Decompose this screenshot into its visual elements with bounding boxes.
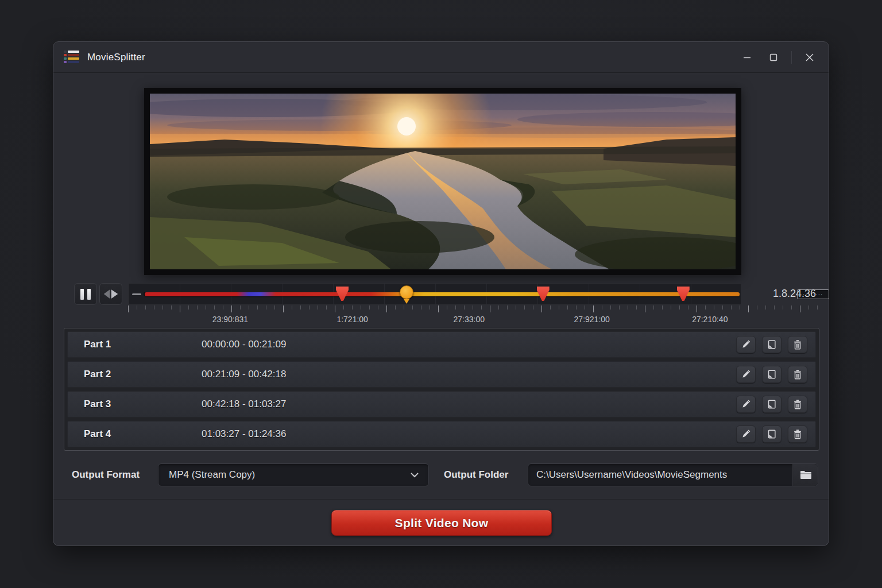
- duplicate-part-button[interactable]: [762, 425, 782, 443]
- window-title: MovieSplitter: [87, 52, 145, 63]
- part-row-3[interactable]: Part 3 00:42:18 - 01:03:27: [67, 391, 816, 417]
- output-folder-label: Output Folder: [444, 463, 508, 486]
- ruler-ticks: [128, 305, 818, 312]
- split-marker[interactable]: [336, 287, 349, 301]
- delete-part-button[interactable]: [788, 336, 807, 353]
- copy-icon: [767, 369, 777, 380]
- duplicate-part-button[interactable]: [762, 366, 782, 383]
- delete-part-button[interactable]: [788, 425, 807, 443]
- timeline-track[interactable]: ·∙··∙·∙·: [128, 283, 741, 305]
- chevron-down-icon: [410, 472, 419, 478]
- playhead-ball-icon: [400, 285, 413, 299]
- copy-icon: [767, 339, 777, 350]
- app-logo-icon: [64, 51, 79, 64]
- close-button[interactable]: [796, 46, 823, 69]
- part-actions: [736, 366, 807, 383]
- trash-icon: [792, 399, 803, 409]
- edit-part-button[interactable]: [736, 366, 756, 383]
- copy-icon: [767, 399, 777, 409]
- ruler-label: 23:90:831: [212, 315, 248, 324]
- ruler-label: 27:210:40: [692, 315, 728, 324]
- part-time-range: 00:42:18 - 01:03:27: [202, 399, 286, 410]
- edit-part-button[interactable]: [736, 396, 756, 413]
- trash-icon: [792, 429, 803, 439]
- output-settings-row: Output Format MP4 (Stream Copy) Output F…: [53, 463, 829, 486]
- volume-icon: [103, 288, 119, 300]
- folder-icon: [800, 470, 811, 479]
- video-preview-frame: [144, 88, 741, 275]
- part-row-1[interactable]: Part 1 00:00:00 - 00:21:09: [67, 331, 816, 358]
- title-bar: MovieSplitter: [53, 42, 829, 73]
- minimize-icon: [743, 53, 751, 61]
- minimize-button[interactable]: [734, 46, 760, 69]
- output-format-label: Output Format: [72, 463, 140, 486]
- part-name: Part 1: [84, 339, 111, 350]
- volume-button[interactable]: [99, 283, 122, 305]
- maximize-icon: [769, 53, 777, 61]
- app-window: MovieSplitter: [53, 41, 829, 546]
- delete-part-button[interactable]: [788, 366, 807, 383]
- pencil-icon: [741, 399, 751, 409]
- ruler-label: 27:33:00: [454, 315, 485, 324]
- part-row-4[interactable]: Part 4 01:03:27 - 01:24:36: [67, 421, 816, 447]
- parts-list: Part 1 00:00:00 - 00:21:09 Part 2 00:21:…: [64, 328, 819, 451]
- timeline-ruler: 23:90:831 1:721:00 27:33:00 27:921:00 27…: [128, 305, 818, 330]
- close-icon: [806, 53, 814, 61]
- edit-part-button[interactable]: [736, 425, 756, 443]
- ruler-label: 1:721:00: [336, 315, 368, 324]
- pause-icon: [80, 289, 91, 300]
- pause-button[interactable]: [74, 283, 97, 305]
- part-time-range: 01:03:27 - 01:24:36: [202, 428, 286, 440]
- window-controls: [734, 42, 823, 72]
- part-actions: [736, 336, 807, 353]
- split-marker[interactable]: [537, 287, 550, 301]
- part-name: Part 3: [84, 399, 111, 410]
- part-actions: [736, 425, 807, 443]
- ruler-label: 27:921:00: [574, 315, 610, 324]
- timeline-heat-bar: [145, 292, 740, 296]
- timeline-start-handle[interactable]: [132, 293, 141, 295]
- playhead-handle[interactable]: [400, 285, 413, 304]
- part-name: Part 2: [84, 369, 111, 380]
- trash-icon: [792, 339, 803, 350]
- maximize-button[interactable]: [760, 46, 787, 69]
- time-display: 1.8.24.36: [773, 288, 816, 300]
- duplicate-part-button[interactable]: [762, 336, 782, 353]
- trash-icon: [792, 369, 803, 380]
- browse-folder-button[interactable]: [792, 464, 818, 486]
- output-format-dropdown[interactable]: MP4 (Stream Copy): [158, 463, 429, 486]
- controls-divider: [791, 51, 792, 64]
- copy-icon: [767, 429, 777, 439]
- part-name: Part 4: [84, 428, 111, 440]
- part-time-range: 00:00:00 - 00:21:09: [202, 339, 286, 350]
- video-preview: [150, 94, 736, 269]
- pencil-icon: [741, 369, 751, 380]
- pencil-icon: [741, 429, 751, 439]
- part-row-2[interactable]: Part 2 00:21:09 - 00:42:18: [67, 361, 816, 388]
- footer-bar: Split Video Now: [53, 499, 829, 546]
- output-folder-value: C:\Users\Username\Videos\MovieSegments: [528, 469, 727, 481]
- duplicate-part-button[interactable]: [762, 396, 782, 413]
- pencil-icon: [741, 339, 751, 350]
- output-folder-input[interactable]: C:\Users\Username\Videos\MovieSegments: [528, 463, 818, 486]
- edit-part-button[interactable]: [736, 336, 756, 353]
- split-video-button[interactable]: Split Video Now: [331, 510, 552, 536]
- part-time-range: 00:21:09 - 00:42:18: [202, 369, 286, 380]
- part-actions: [736, 396, 807, 413]
- output-format-value: MP4 (Stream Copy): [158, 469, 255, 481]
- split-marker[interactable]: [677, 287, 690, 301]
- player-controls-row: ·∙··∙·∙· 1.8.24.36: [74, 283, 816, 305]
- playhead-stem-icon: [404, 299, 409, 304]
- delete-part-button[interactable]: [788, 396, 807, 413]
